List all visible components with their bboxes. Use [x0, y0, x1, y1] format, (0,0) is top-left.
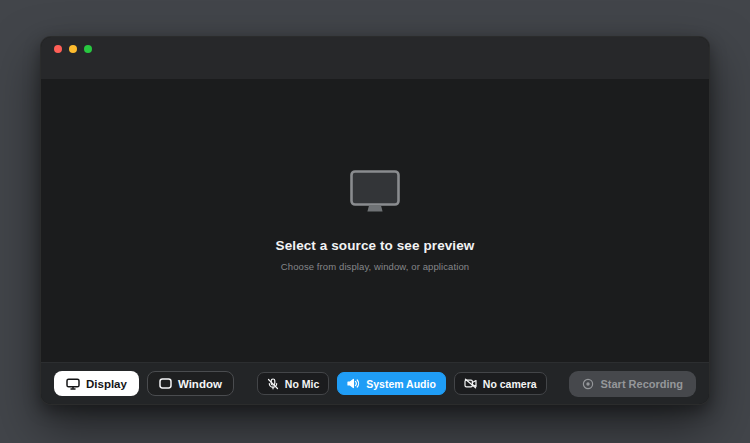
start-recording-button[interactable]: Start Recording — [569, 371, 696, 397]
camera-toggle-label: No camera — [483, 378, 537, 390]
speaker-on-icon — [347, 378, 360, 389]
camera-off-icon — [464, 378, 477, 389]
monitor-icon — [349, 169, 401, 218]
mic-off-icon — [267, 378, 279, 390]
mic-toggle-button[interactable]: No Mic — [257, 372, 329, 395]
start-recording-label: Start Recording — [600, 378, 683, 390]
tab-display[interactable]: Display — [54, 371, 139, 396]
system-audio-toggle-label: System Audio — [366, 378, 436, 390]
app-window: Select a source to see preview Choose fr… — [40, 36, 710, 405]
system-audio-toggle-button[interactable]: System Audio — [337, 372, 446, 395]
zoom-button[interactable] — [84, 45, 92, 53]
device-button-group: No Mic System Audio — [257, 372, 547, 395]
source-tab-group: Display Window — [54, 371, 234, 396]
preview-subtitle: Choose from display, window, or applicat… — [281, 261, 469, 272]
minimize-button[interactable] — [69, 45, 77, 53]
close-button[interactable] — [54, 45, 62, 53]
record-button-group: Start Recording — [569, 371, 696, 397]
traffic-lights — [54, 45, 92, 53]
preview-area: Select a source to see preview Choose fr… — [41, 79, 709, 362]
tab-display-label: Display — [86, 378, 127, 390]
preview-title: Select a source to see preview — [276, 238, 475, 253]
titlebar[interactable] — [41, 37, 709, 79]
tab-window-label: Window — [178, 378, 222, 390]
record-icon — [582, 378, 594, 390]
window-icon — [159, 378, 172, 389]
mic-toggle-label: No Mic — [285, 378, 319, 390]
desktop: { "titlebar": { "traffic_lights": [ { "n… — [0, 0, 750, 443]
display-icon — [66, 378, 80, 390]
camera-toggle-button[interactable]: No camera — [454, 372, 547, 395]
toolbar: Display Window — [41, 362, 709, 404]
tab-window[interactable]: Window — [147, 371, 234, 396]
